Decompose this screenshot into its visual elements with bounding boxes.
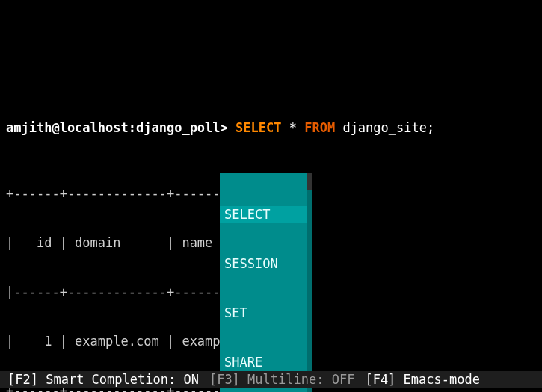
previous-command-line: amjith@localhost:django_poll> SELECT * F… bbox=[6, 119, 536, 136]
status-f3-key: [F3] bbox=[209, 372, 240, 387]
status-f3[interactable]: [F3] Multiline: OFF bbox=[209, 371, 355, 388]
status-f2[interactable]: [F2] Smart Completion: ON bbox=[7, 371, 199, 388]
sql-keyword-select: SELECT bbox=[235, 120, 281, 135]
status-f4-label: Emacs-mode bbox=[395, 372, 480, 387]
autocomplete-popup[interactable]: SELECT SESSION SET SHARE SHOW SIZE SMALL… bbox=[220, 173, 312, 392]
autocomplete-scrollbar[interactable] bbox=[307, 173, 312, 392]
autocomplete-scrollbar-thumb[interactable] bbox=[307, 173, 312, 190]
status-f2-value: ON bbox=[183, 372, 198, 387]
sql-keyword-from: FROM bbox=[304, 120, 335, 135]
status-f2-label: Smart Completion: bbox=[38, 372, 183, 387]
sql-star: * bbox=[281, 120, 304, 135]
autocomplete-item[interactable]: SELECT bbox=[220, 206, 312, 223]
autocomplete-item[interactable]: SHARE bbox=[220, 354, 312, 370]
autocomplete-item[interactable]: SET bbox=[220, 305, 312, 321]
autocomplete-item[interactable]: SESSION bbox=[220, 255, 312, 272]
status-f4[interactable]: [F4] Emacs-mode bbox=[365, 371, 480, 388]
status-f2-key: [F2] bbox=[7, 372, 38, 387]
status-f3-value: OFF bbox=[332, 372, 355, 387]
prompt-text: amjith@localhost:django_poll> bbox=[6, 120, 228, 135]
status-f4-key: [F4] bbox=[365, 372, 395, 387]
status-f3-label: Multiline: bbox=[240, 372, 332, 387]
sql-table-name: django_site; bbox=[335, 120, 434, 135]
status-bar: [F2] Smart Completion: ON [F3] Multiline… bbox=[0, 371, 542, 388]
